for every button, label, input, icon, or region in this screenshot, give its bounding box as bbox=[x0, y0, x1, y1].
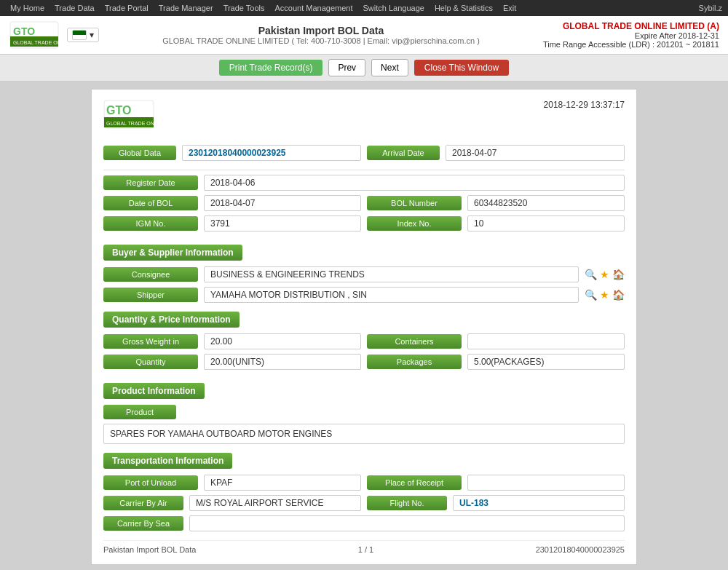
gross-weight-row: Gross Weight in 20.00 bbox=[103, 333, 361, 349]
pakistan-flag bbox=[72, 30, 87, 40]
index-value: 10 bbox=[467, 215, 625, 231]
quantity-value: 20.00(UNITS) bbox=[204, 354, 361, 370]
place-receipt-label: Place of Receipt bbox=[367, 475, 462, 490]
gross-weight-label: Gross Weight in bbox=[103, 334, 198, 349]
footer-right-text: 23012018040000023925 bbox=[536, 545, 625, 554]
date-bol-value: 2018-04-07 bbox=[204, 195, 361, 211]
containers-label: Containers bbox=[367, 334, 462, 349]
qty-price-header: Quantity & Price Information bbox=[103, 312, 240, 328]
consignee-label: Consignee bbox=[103, 267, 198, 282]
qty-packages-row: Quantity 20.00(UNITS) Packages 5.00(PACK… bbox=[103, 354, 625, 374]
header-right: GLOBAL TRADE ONLINE LIMITED (A) Expire A… bbox=[543, 21, 719, 49]
card-footer: Pakistan Import BOL Data 1 / 1 230120180… bbox=[103, 540, 625, 554]
place-receipt-col: Place of Receipt bbox=[367, 475, 625, 495]
nav-trade-tools[interactable]: Trade Tools bbox=[219, 2, 269, 14]
header-subtitle: GLOBAL TRADE ONLINE LIMITED ( Tel: 400-7… bbox=[162, 36, 480, 45]
arrival-date-value: 2018-04-07 bbox=[446, 145, 625, 161]
place-receipt-row: Place of Receipt bbox=[367, 475, 625, 491]
bol-number-value: 60344823520 bbox=[467, 195, 625, 211]
containers-row: Containers bbox=[367, 333, 625, 349]
port-unload-col: Port of Unload KPAF bbox=[103, 475, 361, 495]
ldr-range: Time Range Accessible (LDR) : 201201 ~ 2… bbox=[543, 40, 719, 49]
bol-row: Date of BOL 2018-04-07 BOL Number 603448… bbox=[103, 195, 625, 215]
nav-help-statistics[interactable]: Help & Statistics bbox=[430, 2, 497, 14]
carrier-air-label: Carrier By Air bbox=[103, 496, 183, 510]
flight-no-value: UL-183 bbox=[453, 495, 625, 511]
global-data-value: 23012018040000023925 bbox=[182, 145, 361, 161]
igm-no-row: IGM No. 3791 bbox=[103, 215, 361, 231]
flag-arrow: ▾ bbox=[90, 30, 94, 40]
port-unload-value: KPAF bbox=[204, 475, 361, 491]
consignee-home-icon[interactable]: 🏠 bbox=[612, 269, 625, 280]
port-receipt-row: Port of Unload KPAF Place of Receipt bbox=[103, 475, 625, 495]
logo: GTO GLOBAL TRADE ONLINE bbox=[9, 20, 60, 50]
igm-row: IGM No. 3791 Index No. 10 bbox=[103, 215, 625, 236]
close-button-top[interactable]: Close This Window bbox=[414, 60, 509, 76]
product-value: SPARES FOR YAMAHA OUTBOARD MOTOR ENGINES bbox=[103, 424, 625, 444]
svg-text:GLOBAL TRADE ONLINE LIMITED: GLOBAL TRADE ONLINE LIMITED bbox=[106, 121, 176, 126]
nav-trade-portal[interactable]: Trade Portal bbox=[100, 2, 153, 14]
next-button-top[interactable]: Next bbox=[371, 59, 408, 76]
nav-my-home[interactable]: My Home bbox=[6, 2, 49, 14]
index-col: Index No. 10 bbox=[367, 215, 625, 236]
bol-number-label: BOL Number bbox=[367, 196, 462, 210]
product-section: Product Information Product SPARES FOR Y… bbox=[103, 383, 625, 444]
shipper-label: Shipper bbox=[103, 288, 198, 302]
consignee-star-icon[interactable]: ★ bbox=[600, 269, 609, 280]
carrier-air-value: M/S ROYAL AIRPORT SERVICE bbox=[189, 495, 361, 511]
shipper-home-icon[interactable]: 🏠 bbox=[612, 289, 625, 301]
consignee-row: Consignee BUSINESS & ENGINEERING TRENDS … bbox=[103, 266, 625, 282]
footer-middle-text: 1 / 1 bbox=[358, 545, 373, 554]
consignee-search-icon[interactable]: 🔍 bbox=[585, 269, 597, 280]
date-bol-col: Date of BOL 2018-04-07 bbox=[103, 195, 361, 215]
nav-switch-language[interactable]: Switch Language bbox=[359, 2, 429, 14]
flag-selector[interactable]: ▾ bbox=[67, 28, 99, 42]
gross-containers-row: Gross Weight in 20.00 Containers bbox=[103, 333, 625, 354]
divider-1 bbox=[103, 170, 625, 170]
top-toolbar: Print Trade Record(s) Prev Next Close Th… bbox=[0, 55, 728, 82]
nav-trade-manager[interactable]: Trade Manager bbox=[154, 2, 218, 14]
quantity-col: Quantity 20.00(UNITS) bbox=[103, 354, 361, 374]
packages-value: 5.00(PACKAGES) bbox=[467, 354, 625, 370]
buyer-supplier-header: Buyer & Supplier Information bbox=[103, 245, 242, 261]
nav-user: Sybil.z bbox=[699, 4, 722, 12]
bol-number-col: BOL Number 60344823520 bbox=[367, 195, 625, 215]
carrier-air-row: Carrier By Air M/S ROYAL AIRPORT SERVICE… bbox=[103, 495, 625, 515]
place-receipt-value bbox=[467, 475, 625, 491]
igm-label: IGM No. bbox=[103, 216, 198, 231]
product-label-row: Product bbox=[103, 405, 625, 419]
containers-value bbox=[467, 333, 625, 349]
svg-text:GTO: GTO bbox=[13, 25, 35, 37]
packages-row: Packages 5.00(PACKAGES) bbox=[367, 354, 625, 370]
record-timestamp: 2018-12-29 13:37:17 bbox=[544, 100, 625, 110]
port-unload-row: Port of Unload KPAF bbox=[103, 475, 361, 491]
print-button-top[interactable]: Print Trade Record(s) bbox=[219, 60, 323, 76]
product-label: Product bbox=[103, 405, 176, 419]
igm-value: 3791 bbox=[204, 215, 361, 231]
shipper-value: YAMAHA MOTOR DISTRIBUTION , SIN bbox=[204, 287, 579, 303]
record-gto-logo: GTO GLOBAL TRADE ONLINE LIMITED bbox=[103, 100, 176, 136]
flight-no-col: Flight No. UL-183 bbox=[367, 495, 625, 515]
carrier-air-col: Carrier By Air M/S ROYAL AIRPORT SERVICE bbox=[103, 495, 361, 515]
nav-items: My Home Trade Data Trade Portal Trade Ma… bbox=[6, 2, 521, 14]
quantity-label: Quantity bbox=[103, 355, 198, 369]
shipper-search-icon[interactable]: 🔍 bbox=[585, 289, 597, 301]
nav-exit[interactable]: Exit bbox=[499, 2, 521, 14]
register-date-value: 2018-04-06 bbox=[204, 175, 625, 191]
page-title: Pakistan Import BOL Data bbox=[162, 25, 480, 36]
prev-button-top[interactable]: Prev bbox=[328, 59, 365, 76]
gross-weight-value: 20.00 bbox=[204, 333, 361, 349]
shipper-star-icon[interactable]: ★ bbox=[600, 289, 609, 301]
nav-trade-data[interactable]: Trade Data bbox=[50, 2, 99, 14]
main-content: GTO GLOBAL TRADE ONLINE LIMITED 2018-12-… bbox=[0, 82, 728, 570]
quantity-price-section: Quantity & Price Information Gross Weigh… bbox=[103, 312, 625, 374]
buyer-supplier-section: Buyer & Supplier Information Consignee B… bbox=[103, 245, 625, 303]
expire-date: Expire After 2018-12-31 bbox=[543, 31, 719, 40]
date-bol-label: Date of BOL bbox=[103, 196, 198, 210]
nav-account-management[interactable]: Account Management bbox=[271, 2, 357, 14]
header-left: GTO GLOBAL TRADE ONLINE ▾ bbox=[9, 20, 99, 50]
index-no-row: Index No. 10 bbox=[367, 215, 625, 231]
bol-number-row: BOL Number 60344823520 bbox=[367, 195, 625, 211]
footer-left-text: Pakistan Import BOL Data bbox=[103, 545, 196, 554]
gross-weight-col: Gross Weight in 20.00 bbox=[103, 333, 361, 354]
